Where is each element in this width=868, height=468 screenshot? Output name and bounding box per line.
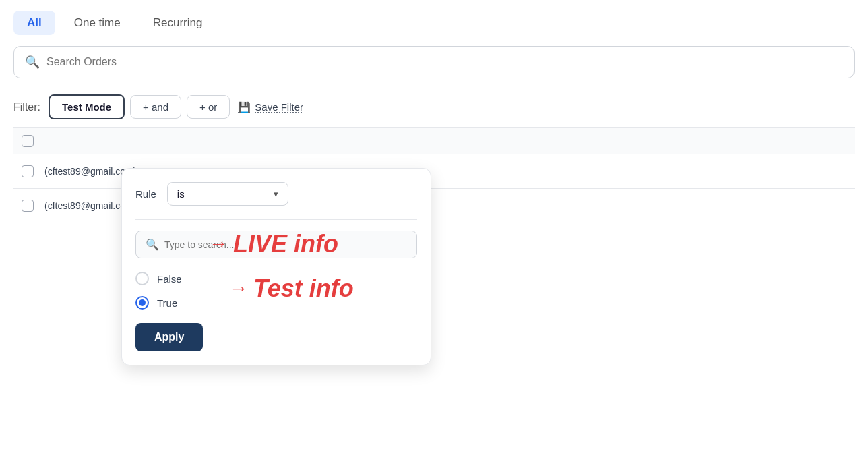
header-checkbox[interactable]	[22, 135, 34, 147]
or-filter-button[interactable]: + or	[187, 95, 230, 119]
rule-value: is	[177, 188, 185, 200]
option-true-row: True	[135, 296, 417, 310]
filter-bar: Filter: Test Mode + and + or 💾 Save Filt…	[0, 89, 868, 127]
search-filter-icon: 🔍	[146, 238, 159, 251]
rule-select[interactable]: is ▾	[167, 182, 288, 206]
apply-button[interactable]: Apply	[135, 323, 203, 351]
options-list: False True	[135, 272, 417, 310]
test-mode-filter-button[interactable]: Test Mode	[49, 94, 125, 119]
and-filter-button[interactable]: + and	[130, 95, 181, 119]
search-filter-wrap: 🔍	[135, 231, 417, 258]
search-icon: 🔍	[25, 55, 40, 69]
option-true-label: True	[157, 297, 177, 309]
filter-label: Filter:	[13, 101, 40, 113]
save-filter-button[interactable]: 💾 Save Filter	[238, 101, 303, 113]
save-icon: 💾	[238, 101, 251, 113]
table-header-row	[13, 127, 855, 154]
option-false-label: False	[157, 273, 182, 285]
tab-one-time[interactable]: One time	[61, 11, 134, 35]
tab-bar: All One time Recurring	[0, 0, 868, 43]
table-area: (cftest89@gmail.com) (cftest89@gmail.com…	[13, 127, 855, 223]
search-bar: 🔍	[13, 46, 855, 78]
tab-all[interactable]: All	[13, 11, 55, 35]
chevron-down-icon: ▾	[274, 189, 278, 199]
rule-label: Rule	[135, 188, 156, 200]
radio-true[interactable]	[135, 296, 149, 310]
search-filter-input[interactable]	[164, 239, 407, 250]
search-input[interactable]	[46, 56, 843, 68]
tab-recurring[interactable]: Recurring	[140, 11, 216, 35]
rule-row: Rule is ▾	[135, 182, 417, 206]
filter-dropdown-popup: Rule is ▾ 🔍 False True Apply	[121, 168, 431, 365]
row-checkbox-2[interactable]	[22, 200, 34, 212]
radio-false[interactable]	[135, 272, 149, 285]
option-false-row: False	[135, 272, 417, 285]
save-filter-label: Save Filter	[255, 101, 303, 113]
divider	[135, 219, 417, 220]
row-checkbox-1[interactable]	[22, 165, 34, 177]
